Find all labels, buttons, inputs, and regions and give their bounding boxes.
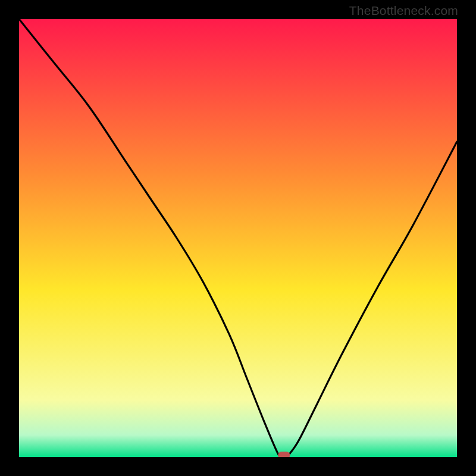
chart-svg [19,19,457,457]
gradient-background [19,19,457,457]
optimal-marker [278,452,290,457]
plot-area [19,19,457,457]
chart-frame: TheBottleneck.com [0,0,476,476]
watermark-label: TheBottleneck.com [349,4,458,18]
